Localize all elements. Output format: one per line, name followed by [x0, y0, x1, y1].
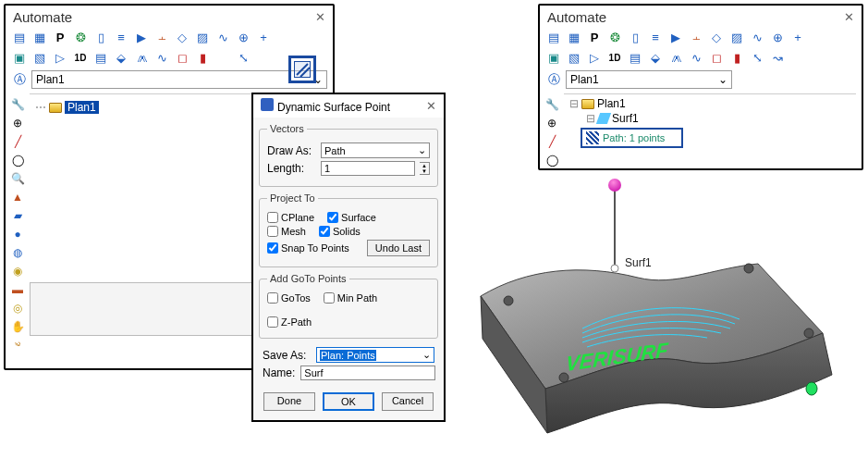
undo-last-button[interactable]: Undo Last — [367, 240, 430, 256]
hatch-icon[interactable]: ▨ — [728, 29, 745, 45]
blank-icon[interactable] — [214, 49, 231, 66]
graph-icon[interactable]: ⩕ — [133, 49, 150, 66]
grid2-icon[interactable]: ▤ — [627, 49, 643, 66]
hatch-icon[interactable]: ▨ — [194, 29, 211, 45]
square-icon[interactable]: ◻ — [174, 49, 190, 66]
swoosh-icon[interactable]: ∿ — [214, 29, 231, 45]
name-input[interactable] — [300, 366, 435, 380]
line-icon[interactable]: ╱ — [544, 134, 560, 149]
project-to-legend: Project To — [267, 192, 318, 204]
cone-icon[interactable]: ▲ — [9, 190, 26, 205]
tree-surf-row[interactable]: ⊟ Surf1 — [584, 111, 852, 126]
done-button[interactable]: Done — [263, 392, 315, 411]
minpath-checkbox[interactable]: Min Path — [324, 292, 377, 304]
line-icon[interactable]: ╱ — [9, 134, 26, 149]
surface-checkbox[interactable]: Surface — [327, 212, 376, 223]
play-icon[interactable]: ▶ — [133, 29, 150, 45]
plus-icon[interactable]: + — [255, 29, 272, 45]
cube2-icon[interactable]: ▧ — [566, 49, 582, 66]
wrench-icon[interactable]: 🔧 — [9, 97, 26, 112]
plus-icon[interactable]: + — [789, 29, 806, 45]
length-input[interactable]: 1 — [321, 161, 415, 176]
solids-checkbox[interactable]: Solids — [319, 226, 361, 237]
bug-icon[interactable]: ❂ — [72, 29, 89, 45]
play2-icon[interactable]: ▷ — [52, 49, 68, 66]
length-spinner[interactable]: ▲▼ — [420, 162, 430, 175]
tree-expander[interactable]: ⊟ — [569, 97, 579, 110]
circle-icon[interactable]: ◯ — [544, 153, 560, 167]
swirl-icon[interactable]: ༄ — [9, 338, 26, 353]
misc-icon[interactable]: ↝ — [769, 49, 786, 66]
doc-icon[interactable]: ▯ — [627, 29, 643, 45]
plan-dropdown[interactable]: Plan1 ⌄ — [31, 70, 327, 89]
close-icon[interactable]: ✕ — [426, 99, 436, 113]
strike-icon[interactable]: ⤡ — [235, 49, 251, 66]
play-icon[interactable]: ▶ — [667, 29, 684, 45]
1d-icon[interactable]: 1D — [606, 49, 623, 66]
save-as-select[interactable]: Plan: Points ⌄ — [316, 347, 434, 363]
zpath-checkbox[interactable]: Z-Path — [267, 316, 312, 328]
bars-icon[interactable]: ≡ — [647, 29, 664, 45]
hand-icon[interactable]: ✋ — [9, 319, 26, 334]
torus-icon[interactable]: ◍ — [9, 245, 26, 260]
target2-icon[interactable]: ⊕ — [544, 116, 560, 130]
close-icon[interactable]: ✕ — [844, 10, 854, 24]
format-icon[interactable]: Ⓐ — [545, 71, 562, 88]
grid-icon[interactable]: ▦ — [31, 29, 48, 45]
wrench-icon[interactable]: 🔧 — [544, 97, 560, 112]
sphere-icon[interactable]: ● — [9, 227, 26, 242]
cyl-icon[interactable]: ▬ — [9, 282, 26, 297]
search-icon[interactable]: 🔍 — [9, 171, 26, 186]
curve-icon[interactable]: ∿ — [688, 49, 704, 66]
snap-checkbox[interactable]: Snap To Points — [267, 242, 349, 254]
cube2-icon[interactable]: ▧ — [31, 49, 48, 66]
cube-icon[interactable]: ▣ — [11, 49, 28, 66]
target-icon[interactable]: ⊕ — [769, 29, 786, 45]
cplane-checkbox[interactable]: CPlane — [267, 212, 314, 223]
close-icon[interactable]: ✕ — [315, 10, 325, 24]
target-icon[interactable]: ⊕ — [235, 29, 251, 45]
curve-icon[interactable]: ∿ — [153, 49, 170, 66]
robot-icon[interactable]: ⫠ — [153, 29, 170, 45]
box-icon[interactable]: ▰ — [9, 208, 26, 223]
draw-as-select[interactable]: Path ⌄ — [321, 143, 430, 158]
svg-point-4 — [806, 382, 817, 395]
1d-icon[interactable]: 1D — [72, 49, 89, 66]
diamond-icon[interactable]: ◇ — [708, 29, 725, 45]
p-icon[interactable]: P — [586, 29, 603, 45]
graph-icon[interactable]: ⩕ — [667, 49, 684, 66]
cube-icon[interactable]: ▣ — [545, 49, 562, 66]
grid2-icon[interactable]: ▤ — [92, 49, 109, 66]
tree-path-highlight[interactable]: Path: 1 points — [581, 128, 683, 148]
plan-dropdown[interactable]: Plan1 ⌄ — [566, 70, 732, 89]
disc2-icon[interactable]: ◎ — [9, 301, 26, 316]
play2-icon[interactable]: ▷ — [586, 49, 603, 66]
grid-icon[interactable]: ▦ — [566, 29, 582, 45]
mesh-checkbox[interactable]: Mesh — [267, 226, 306, 237]
circle-icon[interactable]: ◯ — [9, 153, 26, 167]
target2-icon[interactable]: ⊕ — [9, 116, 26, 130]
list-icon[interactable]: ▤ — [11, 29, 28, 45]
chart-icon[interactable]: ⬙ — [647, 49, 664, 66]
strike-icon[interactable]: ⤡ — [749, 49, 765, 66]
list-icon[interactable]: ▤ — [545, 29, 562, 45]
swoosh-icon[interactable]: ∿ — [749, 29, 765, 45]
disc-icon[interactable]: ◉ — [9, 264, 26, 279]
tree-expander[interactable]: ⊟ — [586, 112, 595, 125]
format-icon[interactable]: Ⓐ — [11, 71, 28, 88]
bug-icon[interactable]: ❂ — [606, 29, 623, 45]
robot-icon[interactable]: ⫠ — [688, 29, 704, 45]
bars-icon[interactable]: ≡ — [113, 29, 129, 45]
gotos-checkbox[interactable]: GoTos — [267, 292, 311, 304]
tree-surf-label: Surf1 — [612, 112, 639, 125]
thermo-icon[interactable]: ▮ — [728, 49, 745, 66]
ok-button[interactable]: OK — [323, 392, 374, 411]
thermo-icon[interactable]: ▮ — [194, 49, 211, 66]
cancel-button[interactable]: Cancel — [382, 392, 434, 411]
diamond-icon[interactable]: ◇ — [174, 29, 190, 45]
p-icon[interactable]: P — [52, 29, 68, 45]
doc-icon[interactable]: ▯ — [92, 29, 109, 45]
chart-icon[interactable]: ⬙ — [113, 49, 129, 66]
tree-root-row[interactable]: ⊟ Plan1 — [568, 96, 852, 111]
square-icon[interactable]: ◻ — [708, 49, 725, 66]
